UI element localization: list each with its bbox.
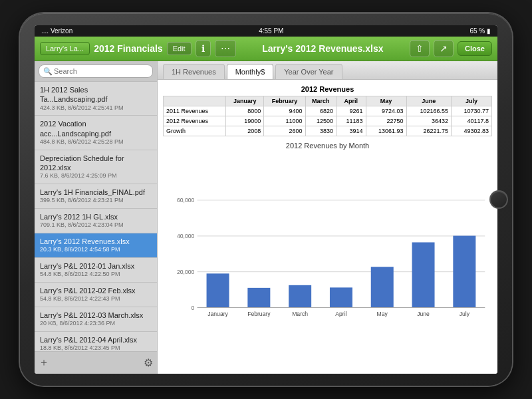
toolbar: Larry's La... 2012 Financials Edit ℹ ⋯ L… (35, 37, 497, 61)
add-icon[interactable]: ＋ (39, 356, 49, 370)
file-item[interactable]: Depreciation Schedule for 2012.xlsx7.6 K… (35, 150, 157, 184)
file-meta: 54.8 KB, 8/6/2012 4:22:43 PM (40, 295, 152, 303)
x-axis-label: January (207, 311, 228, 317)
status-bar: .... Verizon 4:55 PM 65 % ▮ (35, 25, 497, 37)
y-axis-label: 0 (192, 305, 195, 311)
cell-value: 102166.55 (406, 106, 451, 116)
file-name: Larry's 1H Financials_FINAL.pdf (40, 188, 152, 197)
x-axis-label: April (335, 311, 346, 317)
file-item[interactable]: 2012 Vacation acc...Landscaping.pdf484.8… (35, 116, 157, 150)
cell-value: 26221.75 (406, 126, 451, 136)
file-name: Depreciation Schedule for 2012.xlsx (40, 154, 152, 173)
share-button[interactable]: ⇧ (410, 40, 430, 57)
time-label: 4:55 PM (259, 27, 283, 35)
export-button[interactable]: ↗ (434, 40, 454, 57)
search-icon: 🔍 (43, 67, 53, 76)
chart-container: 2012 Revenues by Month 020,00040,00060,0… (163, 142, 492, 368)
cell-value: 11183 (336, 116, 366, 126)
search-bar: 🔍 (35, 61, 157, 82)
tab-1h-revenues[interactable]: 1H Revenues (163, 64, 225, 79)
file-item[interactable]: Larry's 2012 1H GL.xlsx709.1 KB, 8/6/201… (35, 209, 157, 233)
battery-label: 65 % ▮ (469, 27, 491, 35)
file-meta: 20.3 KB, 8/6/2012 4:54:58 PM (40, 246, 152, 254)
cell-value: 19000 (226, 116, 264, 126)
bar-rect (207, 273, 229, 307)
bar-rect (289, 285, 311, 308)
file-item[interactable]: 1H 2012 Sales Ta...Landscaping.pdf424.3 … (35, 82, 157, 116)
file-meta: 20 KB, 8/6/2012 4:23:36 PM (40, 320, 152, 328)
file-name: Larry's P&L 2012-03 March.xlsx (40, 311, 152, 320)
bar-rect (412, 242, 435, 307)
cell-value: 9261 (336, 106, 366, 116)
cell-value: 36432 (406, 116, 451, 126)
x-axis-label: February (247, 311, 271, 317)
file-name: 2012 Vacation acc...Landscaping.pdf (40, 119, 152, 138)
x-axis-label: June (417, 311, 430, 317)
file-name: Larry's 2012 Revenues.xlsx (40, 237, 152, 246)
row-label: 2011 Revenues (164, 106, 226, 116)
sidebar-footer: ＋ ⚙ (35, 351, 157, 374)
filename-label: Larry's 2012 Revenues.xlsx (240, 43, 406, 54)
file-name: Larry's P&L 2012-02 Feb.xlsx (40, 286, 152, 295)
file-item[interactable]: Larry's 1H Financials_FINAL.pdf399.5 KB,… (35, 184, 157, 209)
bar-chart-svg: 020,00040,00060,000JanuaryFebruaryMarchA… (163, 154, 492, 368)
cell-value: 8000 (226, 106, 264, 116)
ipad-screen: .... Verizon 4:55 PM 65 % ▮ Larry's La..… (35, 25, 497, 374)
col-header: March (305, 96, 336, 106)
cell-value: 49302.83 (452, 126, 492, 136)
y-axis-label: 40,000 (177, 233, 195, 239)
y-axis-label: 20,000 (177, 269, 195, 275)
table-row: 2011 Revenues80009400682092619724.031021… (164, 106, 492, 116)
bar-rect (330, 287, 352, 307)
cell-value: 11000 (264, 116, 305, 126)
search-input[interactable] (39, 65, 153, 78)
col-header: May (366, 96, 406, 106)
tab-monthly$[interactable]: Monthly$ (227, 64, 274, 79)
doc-area: 1H RevenuesMonthly$Year Over Year 2012 R… (158, 61, 497, 374)
bar-rect (371, 267, 394, 307)
info-button[interactable]: ℹ (196, 40, 211, 57)
tab-year-over-year[interactable]: Year Over Year (275, 64, 342, 79)
dots-button[interactable]: ⋯ (215, 40, 236, 57)
back-button[interactable]: Larry's La... (40, 42, 90, 55)
sidebar: 🔍 1H 2012 Sales Ta...Landscaping.pdf424.… (35, 61, 158, 374)
table-row: 2012 Revenues190001100012500111832275036… (164, 116, 492, 126)
file-meta: 399.5 KB, 8/6/2012 4:23:21 PM (40, 197, 152, 205)
carrier-label: .... Verizon (41, 27, 72, 35)
spreadsheet-area: 2012 Revenues JanuaryFebruaryMarchAprilM… (158, 80, 497, 374)
col-header: January (226, 96, 264, 106)
cell-value: 10730.77 (452, 106, 492, 116)
cell-value: 3914 (336, 126, 366, 136)
file-item[interactable]: Larry's P&L 2012-01 Jan.xlsx54.8 KB, 8/6… (35, 258, 157, 283)
file-name: Larry's P&L 2012-01 Jan.xlsx (40, 261, 152, 271)
file-item[interactable]: Larry's 2012 Revenues.xlsx20.3 KB, 8/6/2… (35, 233, 157, 258)
cell-value: 2008 (226, 126, 264, 136)
cell-value: 22750 (366, 116, 406, 126)
file-meta: 709.1 KB, 8/6/2012 4:23:04 PM (40, 221, 152, 229)
col-header: July (452, 96, 492, 106)
cell-value: 13061.93 (366, 126, 406, 136)
settings-icon[interactable]: ⚙ (144, 356, 153, 369)
col-header: April (336, 96, 366, 106)
cell-value: 40117.8 (452, 116, 492, 126)
file-meta: 424.3 KB, 8/6/2012 4:25:41 PM (40, 104, 152, 112)
file-item[interactable]: Larry's P&L 2012-04 April.xlsx18.8 KB, 8… (35, 332, 157, 351)
chart-title: 2012 Revenues by Month (286, 142, 369, 150)
cell-value: 9400 (264, 106, 305, 116)
col-header (164, 96, 226, 106)
x-axis-label: May (377, 311, 388, 317)
file-meta: 18.8 KB, 8/6/2012 4:23:45 PM (40, 344, 152, 351)
file-item[interactable]: Larry's P&L 2012-02 Feb.xlsx54.8 KB, 8/6… (35, 283, 157, 307)
file-name: Larry's P&L 2012-04 April.xlsx (40, 335, 152, 344)
file-name: 1H 2012 Sales Ta...Landscaping.pdf (40, 85, 152, 104)
close-button[interactable]: Close (458, 41, 492, 56)
x-axis-label: July (460, 311, 470, 317)
edit-button[interactable]: Edit (167, 42, 192, 55)
file-name: Larry's 2012 1H GL.xlsx (40, 212, 152, 221)
data-table: JanuaryFebruaryMarchAprilMayJuneJuly 201… (163, 96, 492, 136)
home-button[interactable] (489, 190, 508, 209)
tab-bar: 1H RevenuesMonthly$Year Over Year (158, 61, 497, 80)
file-item[interactable]: Larry's P&L 2012-03 March.xlsx20 KB, 8/6… (35, 307, 157, 332)
cell-value: 12500 (305, 116, 336, 126)
table-row: Growth200826003830391413061.9326221.7549… (164, 126, 492, 136)
